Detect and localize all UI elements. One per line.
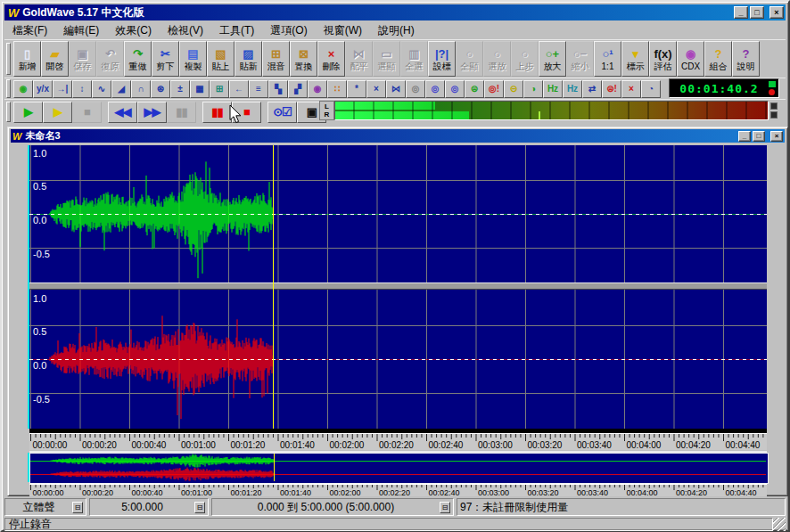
- equalizer-button[interactable]: ≡: [249, 80, 268, 98]
- redo-button[interactable]: ↷ 重做: [124, 41, 152, 77]
- mixer-button[interactable]: ▦: [190, 80, 210, 98]
- control-properties-button[interactable]: ◉: [13, 80, 33, 98]
- toolbar-grip[interactable]: [6, 102, 11, 123]
- noise-reduction-button[interactable]: *: [347, 80, 366, 98]
- delete-button[interactable]: × 刪除: [317, 41, 345, 77]
- paste-clipboard-icon: ▧: [215, 47, 226, 61]
- record-stop-button[interactable]: ■: [232, 102, 261, 123]
- record-stop-icon: ■: [243, 105, 250, 119]
- click-repair-button[interactable]: ×: [366, 80, 386, 98]
- volume-knob-button[interactable]: ◎: [406, 80, 425, 98]
- fade-in-button[interactable]: ◎: [425, 80, 445, 98]
- offset-button[interactable]: ±: [170, 80, 190, 98]
- menu-file[interactable]: 檔案(F): [4, 22, 55, 38]
- show-all-icon: ○: [466, 47, 473, 61]
- fit-vertical-button[interactable]: ↕: [72, 80, 92, 98]
- expression-button[interactable]: y/x: [33, 80, 53, 98]
- rewind-button[interactable]: ◀◀: [108, 102, 137, 123]
- match-eq-button[interactable]: ⊜!: [602, 80, 621, 98]
- help-button[interactable]: ? 說明: [732, 41, 760, 77]
- document-close-button[interactable]: ×: [770, 131, 783, 142]
- fast-forward-button[interactable]: ▶▶: [137, 102, 167, 123]
- playback-rate-button[interactable]: Hz: [543, 80, 563, 98]
- paste-button[interactable]: ▧ 貼上: [207, 41, 235, 77]
- plus-minus-icon: ±: [177, 84, 183, 94]
- selection-panel-toggle-button[interactable]: ⊟: [440, 502, 450, 513]
- menu-effect[interactable]: 效果(C): [107, 22, 160, 38]
- document-maximize-button[interactable]: □: [753, 131, 765, 142]
- pause-bars-icon: ▮▮: [176, 105, 186, 119]
- cdx-button[interactable]: ◉ CDX: [677, 41, 704, 77]
- mix-clipboard-icon: ⊞: [271, 47, 281, 61]
- match-volume-button[interactable]: ◎!: [484, 80, 504, 98]
- overview-canvas[interactable]: [30, 454, 766, 481]
- overview-panel[interactable]: [29, 453, 769, 484]
- replace-button[interactable]: ⊠ 置換: [290, 41, 317, 77]
- status-message-row: 停止錄音: [4, 518, 786, 531]
- record-active-led-icon: [769, 81, 776, 87]
- silence-trim-button[interactable]: ⋈: [386, 80, 406, 98]
- waveform-canvas[interactable]: 1.00.50.0-0.51.00.50.0-0.5: [29, 145, 767, 429]
- menu-help[interactable]: 說明(H): [370, 22, 423, 38]
- flip-button[interactable]: ∩: [131, 80, 151, 98]
- record-settings-button[interactable]: ⊙☑: [267, 102, 297, 123]
- cue-points-button[interactable]: ▾ 標示: [621, 41, 649, 77]
- menu-edit[interactable]: 編輯(E): [55, 22, 107, 38]
- swap-channels-button[interactable]: ⇄: [582, 80, 602, 98]
- timer-button[interactable]: ◔: [641, 80, 661, 98]
- record-pause-button[interactable]: ▮▮: [202, 102, 232, 123]
- svg-text:0.0: 0.0: [33, 215, 46, 225]
- zoom-1to1-button[interactable]: ○¹ 1:1: [594, 41, 621, 77]
- svg-text:00:00:40: 00:00:40: [132, 488, 163, 496]
- menu-options[interactable]: 選項(O): [262, 22, 315, 38]
- resample-button[interactable]: Hz: [563, 80, 582, 98]
- maximize-volume-button[interactable]: ⊜: [465, 80, 484, 98]
- channel-matrix-button[interactable]: ▚: [268, 80, 288, 98]
- close-button[interactable]: ×: [769, 6, 784, 19]
- main-toolbar-buttons: ▯ 新增 ▰ 開啓 ▣ 儲存 ↶ 復原: [13, 41, 760, 77]
- overview-time-ruler[interactable]: 00:00:0000:00:2000:00:4000:01:0000:01:20…: [29, 484, 767, 496]
- cut-button[interactable]: ✂ 剪下: [152, 41, 179, 77]
- mechanize-button[interactable]: ⊛: [151, 80, 170, 98]
- play-button[interactable]: ▶: [13, 102, 43, 123]
- play-to-end-button[interactable]: →|: [53, 80, 72, 98]
- toolbar-grip[interactable]: [6, 43, 11, 75]
- evaluate-button[interactable]: f(x) 評估: [649, 41, 677, 77]
- menu-view[interactable]: 檢視(V): [160, 22, 211, 38]
- stereo-3d-button[interactable]: ◉: [308, 80, 327, 98]
- previous-view-button[interactable]: ←: [229, 80, 249, 98]
- minimize-button[interactable]: _: [734, 6, 748, 19]
- document-minimize-button[interactable]: _: [738, 131, 751, 142]
- save-button: ▣ 儲存: [69, 41, 96, 77]
- channel-select-button[interactable]: ▞: [288, 80, 308, 98]
- maximize-button[interactable]: □: [750, 6, 764, 19]
- pitch-button[interactable]: ◢: [111, 80, 131, 98]
- fade-out-button[interactable]: ◎: [445, 80, 465, 98]
- status-channel-panel: 立體聲 ⊟: [4, 498, 86, 516]
- channel-panel-toggle-button[interactable]: ⊟: [72, 502, 83, 513]
- pan-button[interactable]: ◑: [523, 80, 543, 98]
- bundle-button[interactable]: ? 組合: [704, 41, 732, 77]
- time-ruler[interactable]: 00:00:0000:00:2000:00:4000:01:0000:01:20…: [29, 433, 767, 450]
- voice-mute-button[interactable]: ×: [621, 80, 641, 98]
- doppler-button[interactable]: ∿: [92, 80, 111, 98]
- mix-button[interactable]: ⊞ 混音: [262, 41, 290, 77]
- toolbar-grip[interactable]: [6, 79, 11, 97]
- set-marker-button[interactable]: |?| 設標: [428, 41, 456, 77]
- spectrum-button[interactable]: ∷: [327, 80, 347, 98]
- copy-button[interactable]: ▤ 複製: [179, 41, 207, 77]
- menu-tool[interactable]: 工具(T): [211, 22, 262, 38]
- zoom-in-button[interactable]: ○+ 放大: [539, 41, 566, 77]
- window-title: GoldWave 5.17 中文化版: [22, 5, 732, 20]
- menu-window[interactable]: 視窗(W): [316, 22, 370, 38]
- stretch-button[interactable]: ⊞: [210, 80, 229, 98]
- resize-grip[interactable]: [773, 518, 786, 531]
- new-file-icon: ▯: [24, 47, 30, 61]
- paste-new-button[interactable]: ▨ 貼新: [235, 41, 262, 77]
- open-button[interactable]: ▰ 開啓: [41, 41, 69, 77]
- new-button[interactable]: ▯ 新增: [13, 41, 41, 77]
- shape-volume-button[interactable]: ⊝: [504, 80, 523, 98]
- meter-left-label: L: [320, 102, 333, 110]
- play-selection-button[interactable]: ▶: [43, 102, 72, 123]
- length-panel-toggle-button[interactable]: ⊟: [194, 502, 205, 513]
